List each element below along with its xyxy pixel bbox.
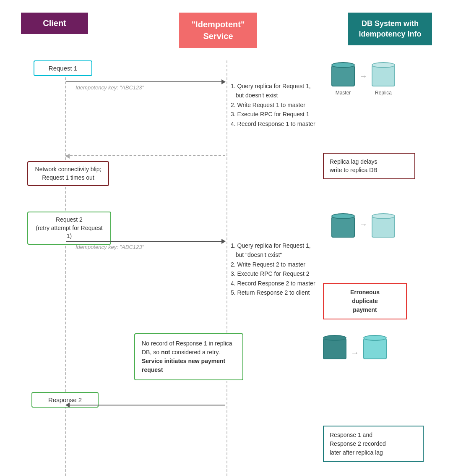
arrow-response2 — [66, 405, 225, 405]
request1-box: Request 1 — [34, 60, 92, 76]
arrow-req2 — [66, 241, 225, 242]
arrow-req1 — [66, 81, 225, 82]
arrow-blip-dashed — [66, 155, 225, 156]
diagram: Client "Idempotent" Service DB System wi… — [0, 0, 453, 476]
idem-key-1: Idempotency key: "ABC123" — [76, 84, 144, 91]
db-arrow-3: → — [351, 348, 359, 358]
idem-key-2: Idempotency key: "ABC123" — [76, 243, 144, 251]
request2-box: Request 2 (retry attempt for Request 1) — [27, 212, 111, 245]
service-header: "Idempotent" Service — [179, 13, 258, 48]
db-arrow-2: → — [359, 220, 367, 229]
db-pair-2: → — [331, 212, 395, 241]
client-header: Client — [21, 13, 88, 34]
db-arrow-1: → — [359, 71, 367, 81]
erroneous-box: Erroneous duplicate payment — [323, 283, 407, 319]
service-vline — [226, 60, 227, 476]
response-recorded-box: Response 1 and Response 2 recorded later… — [323, 426, 424, 462]
network-blip-box: Network connectivity blip; Request 1 tim… — [27, 161, 109, 186]
client-vline — [65, 60, 66, 476]
steps-2: 1. Query replica for Request 1, but "doe… — [231, 241, 331, 297]
db-pair-3: → — [323, 333, 387, 361]
steps-1: 1. Query replica for Request 1, but does… — [231, 81, 327, 128]
no-record-box: No record of Response 1 in replica DB, s… — [134, 333, 243, 380]
db-header: DB System with Idempotency Info — [348, 13, 432, 45]
replica-lag-box: Replica lag delays write to replica DB — [323, 153, 415, 179]
db-pair-1: Master → Replica — [331, 60, 395, 96]
